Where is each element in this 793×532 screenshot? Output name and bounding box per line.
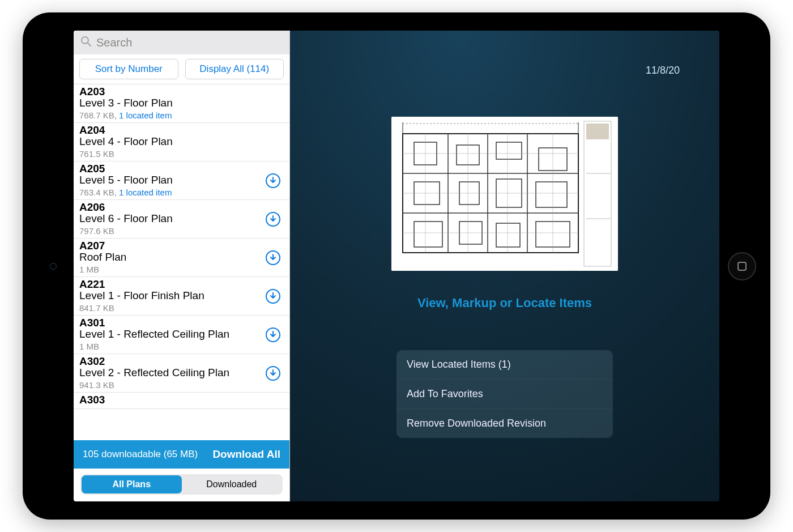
action-view-located[interactable]: View Located Items (1) [396,350,613,379]
sidebar: Sort by Number Display All (114) A203Lev… [74,31,290,501]
tab-downloaded[interactable]: Downloaded [182,475,282,493]
plan-number: A206 [79,201,284,214]
plan-title: Level 6 - Floor Plan [79,212,284,225]
tab-all-plans[interactable]: All Plans [82,475,182,493]
search-input[interactable] [96,36,283,49]
download-icon[interactable] [266,250,280,265]
action-add-favorites[interactable]: Add To Favorites [396,379,613,408]
plan-item[interactable]: A203Level 3 - Floor Plan768.7 KB, 1 loca… [74,84,289,123]
plan-item[interactable]: A302Level 2 - Reflected Ceiling Plan941.… [74,354,289,393]
plan-title: Level 1 - Floor Finish Plan [79,290,284,302]
plan-item[interactable]: A204Level 4 - Floor Plan761.5 KB [74,123,289,161]
plan-item[interactable]: A207Roof Plan1 MB [74,239,289,277]
plan-item[interactable]: A205Level 5 - Floor Plan763.4 KB, 1 loca… [74,161,289,200]
plan-item[interactable]: A221Level 1 - Floor Finish Plan841.7 KB [74,277,289,316]
svg-point-0 [82,37,88,44]
detail-pane: 11/8/20 [290,31,719,501]
plan-number: A221 [79,278,284,291]
download-icon[interactable] [266,366,280,381]
download-icon[interactable] [266,327,280,342]
plan-title: Level 1 - Reflected Ceiling Plan [79,328,284,341]
home-button[interactable] [728,252,756,280]
search-bar[interactable] [74,31,289,54]
tab-segment: All Plans Downloaded [80,474,283,495]
plan-item[interactable]: A301Level 1 - Reflected Ceiling Plan1 MB [74,316,289,354]
revision-date: 11/8/20 [646,65,680,76]
plan-meta: 768.7 KB, 1 located item [79,110,284,120]
download-icon[interactable] [266,173,280,188]
download-icon[interactable] [266,289,280,304]
plan-title: Roof Plan [79,251,284,263]
plan-number: A203 [79,86,284,98]
filter-row: Sort by Number Display All (114) [74,54,289,84]
plan-meta: 1 MB [79,265,284,274]
plan-preview[interactable] [391,117,618,271]
plan-title: Level 4 - Floor Plan [79,135,284,148]
plan-number: A303 [79,394,284,406]
download-all-button[interactable]: Download All [212,448,280,461]
plan-meta: 941.3 KB [79,380,284,390]
search-icon [80,36,92,50]
plan-meta: 763.4 KB, 1 located item [79,188,284,197]
download-bar: 105 downloadable (65 MB) Download All [74,440,289,469]
plan-meta: 761.5 KB [79,149,284,159]
display-button[interactable]: Display All (114) [185,59,284,79]
view-markup-link[interactable]: View, Markup or Locate Items [417,296,592,310]
located-items-link[interactable]: 1 located item [119,110,172,120]
svg-rect-4 [586,124,609,139]
download-icon[interactable] [266,212,280,227]
plan-item[interactable]: A303 [74,393,289,409]
plan-number: A204 [79,124,284,137]
plan-meta: 797.6 KB [79,226,284,236]
plan-number: A302 [79,355,284,368]
plan-title: Level 5 - Floor Plan [79,174,284,186]
plan-number: A301 [79,317,284,329]
action-list: View Located Items (1) Add To Favorites … [396,350,613,438]
located-items-link[interactable]: 1 located item [119,188,172,197]
plan-meta: 1 MB [79,342,284,351]
plan-meta: 841.7 KB [79,303,284,313]
action-remove-download[interactable]: Remove Downloaded Revision [396,408,613,438]
sort-button[interactable]: Sort by Number [79,59,178,79]
download-status: 105 downloadable (65 MB) [83,449,198,460]
svg-line-1 [88,43,91,46]
plan-list[interactable]: A203Level 3 - Floor Plan768.7 KB, 1 loca… [74,84,289,440]
plan-item[interactable]: A206Level 6 - Floor Plan797.6 KB [74,200,289,239]
plan-title: Level 2 - Reflected Ceiling Plan [79,367,284,379]
plan-title: Level 3 - Floor Plan [79,97,284,109]
plan-number: A207 [79,240,284,252]
plan-number: A205 [79,163,284,175]
